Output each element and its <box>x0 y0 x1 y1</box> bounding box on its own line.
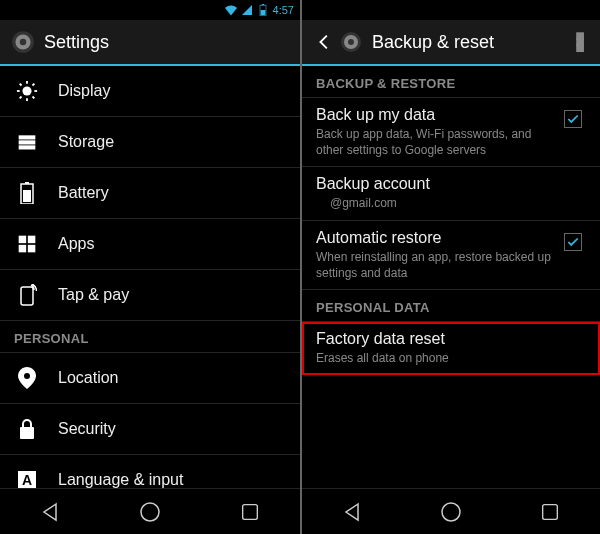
svg-point-5 <box>20 39 27 46</box>
home-button[interactable] <box>431 492 471 532</box>
svg-rect-24 <box>28 245 36 253</box>
row-automatic-restore[interactable]: Automatic restore When reinstalling an a… <box>302 221 600 290</box>
signal-icon <box>241 4 253 16</box>
svg-rect-2 <box>260 10 265 15</box>
settings-icon <box>336 27 366 57</box>
clock: 4:57 <box>273 4 294 16</box>
recent-button[interactable] <box>530 492 570 532</box>
row-label: Display <box>58 82 110 100</box>
row-title: Automatic restore <box>316 229 552 247</box>
svg-rect-22 <box>28 236 36 244</box>
row-factory-reset[interactable]: Factory data reset Erases all data on ph… <box>302 322 600 375</box>
category-personal: PERSONAL <box>0 321 300 353</box>
battery-icon <box>257 4 269 16</box>
home-button[interactable] <box>130 492 170 532</box>
backup-reset-screen: Backup & reset ■■■ BACKUP & RESTORE Back… <box>300 0 600 534</box>
row-display[interactable]: Display <box>0 66 300 117</box>
row-label: Apps <box>58 235 94 253</box>
svg-point-37 <box>442 503 460 521</box>
storage-icon <box>14 129 40 155</box>
settings-icon <box>8 27 38 57</box>
language-icon: A <box>14 467 40 488</box>
display-icon <box>14 78 40 104</box>
location-icon <box>14 365 40 391</box>
row-language[interactable]: A Language & input <box>0 455 300 488</box>
svg-rect-23 <box>19 245 27 253</box>
row-storage[interactable]: Storage <box>0 117 300 168</box>
row-title: Backup account <box>316 175 578 193</box>
row-subtitle: When reinstalling an app, restore backed… <box>316 249 552 281</box>
row-title: Back up my data <box>316 106 552 124</box>
svg-rect-27 <box>20 427 34 439</box>
row-label: Battery <box>58 184 109 202</box>
back-button[interactable] <box>30 492 70 532</box>
svg-line-13 <box>20 97 22 99</box>
svg-rect-21 <box>19 236 27 244</box>
battery-icon <box>14 180 40 206</box>
svg-rect-16 <box>19 140 36 144</box>
svg-rect-25 <box>21 287 33 305</box>
svg-line-12 <box>33 97 35 99</box>
svg-point-26 <box>24 373 30 379</box>
svg-point-32 <box>141 503 159 521</box>
status-bar: 4:57 <box>0 0 300 20</box>
appbar: Settings <box>0 20 300 66</box>
svg-rect-1 <box>261 4 263 5</box>
row-security[interactable]: Security <box>0 404 300 455</box>
navigation-bar <box>0 488 300 534</box>
security-icon <box>14 416 40 442</box>
appbar-title: Settings <box>44 32 292 53</box>
appbar: Backup & reset ■■■ <box>302 20 600 66</box>
row-label: Storage <box>58 133 114 151</box>
row-subtitle: Erases all data on phone <box>316 350 578 366</box>
svg-line-11 <box>20 84 22 86</box>
row-label: Tap & pay <box>58 286 129 304</box>
row-label: Security <box>58 420 116 438</box>
recent-button[interactable] <box>230 492 270 532</box>
status-bar <box>302 0 600 20</box>
svg-rect-17 <box>19 145 36 149</box>
settings-list[interactable]: Display Storage Battery Apps Tap & pay P… <box>0 66 300 488</box>
navigation-bar <box>302 488 600 534</box>
row-subtitle: Back up app data, Wi-Fi passwords, and o… <box>316 126 552 158</box>
category-personal-data: PERSONAL DATA <box>302 290 600 322</box>
svg-line-14 <box>33 84 35 86</box>
appbar-title: Backup & reset <box>372 32 568 53</box>
row-location[interactable]: Location <box>0 353 300 404</box>
svg-rect-33 <box>243 504 258 519</box>
svg-text:A: A <box>22 472 32 488</box>
row-backup-account[interactable]: Backup account @gmail.com <box>302 167 600 220</box>
svg-rect-15 <box>19 135 36 139</box>
checkbox-backup-data[interactable] <box>560 106 586 128</box>
svg-point-6 <box>22 86 31 95</box>
category-backup-restore: BACKUP & RESTORE <box>302 66 600 98</box>
svg-rect-20 <box>23 190 31 202</box>
row-apps[interactable]: Apps <box>0 219 300 270</box>
row-subtitle: @gmail.com <box>316 195 578 211</box>
row-tap-pay[interactable]: Tap & pay <box>0 270 300 321</box>
back-button[interactable] <box>332 492 372 532</box>
settings-screen: 4:57 Settings Display Storage Battery Ap… <box>0 0 300 534</box>
checkbox-auto-restore[interactable] <box>560 229 586 251</box>
overflow-menu-button[interactable]: ■■■ <box>568 33 592 51</box>
backup-list[interactable]: BACKUP & RESTORE Back up my data Back up… <box>302 66 600 488</box>
row-title: Factory data reset <box>316 330 578 348</box>
apps-icon <box>14 231 40 257</box>
row-backup-my-data[interactable]: Back up my data Back up app data, Wi-Fi … <box>302 98 600 167</box>
tap-pay-icon <box>14 282 40 308</box>
row-label: Language & input <box>58 471 183 488</box>
wifi-icon <box>225 4 237 16</box>
row-battery[interactable]: Battery <box>0 168 300 219</box>
svg-rect-38 <box>543 504 558 519</box>
svg-point-36 <box>348 39 354 45</box>
row-label: Location <box>58 369 119 387</box>
